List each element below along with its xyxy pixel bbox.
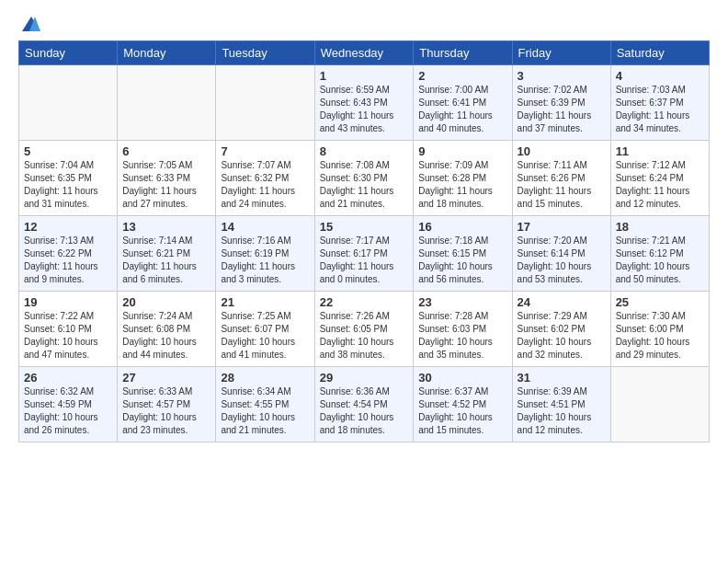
- day-info: Sunrise: 7:11 AMSunset: 6:26 PMDaylight:…: [518, 159, 606, 211]
- calendar-cell: 21Sunrise: 7:25 AMSunset: 6:07 PMDayligh…: [216, 292, 314, 367]
- day-number: 2: [418, 69, 506, 83]
- calendar-cell: 7Sunrise: 7:07 AMSunset: 6:32 PMDaylight…: [216, 141, 314, 216]
- calendar-cell: 3Sunrise: 7:02 AMSunset: 6:39 PMDaylight…: [512, 65, 610, 141]
- calendar-cell: 19Sunrise: 7:22 AMSunset: 6:10 PMDayligh…: [19, 292, 118, 367]
- day-number: 20: [122, 295, 210, 309]
- day-info: Sunrise: 7:05 AMSunset: 6:33 PMDaylight:…: [122, 159, 210, 211]
- day-number: 26: [24, 371, 112, 385]
- day-number: 19: [24, 295, 112, 309]
- calendar-week-row: 1Sunrise: 6:59 AMSunset: 6:43 PMDaylight…: [19, 65, 710, 141]
- logo-icon: [20, 15, 42, 33]
- day-info: Sunrise: 7:30 AMSunset: 6:00 PMDaylight:…: [616, 310, 704, 362]
- logo: [18, 15, 42, 33]
- calendar-header-row: SundayMondayTuesdayWednesdayThursdayFrid…: [19, 41, 710, 65]
- calendar-week-row: 5Sunrise: 7:04 AMSunset: 6:35 PMDaylight…: [19, 141, 710, 216]
- day-info: Sunrise: 7:25 AMSunset: 6:07 PMDaylight:…: [221, 310, 309, 362]
- calendar-cell: [216, 65, 314, 141]
- calendar-table: SundayMondayTuesdayWednesdayThursdayFrid…: [18, 40, 710, 442]
- calendar-cell: 2Sunrise: 7:00 AMSunset: 6:41 PMDaylight…: [414, 65, 512, 141]
- day-info: Sunrise: 6:37 AMSunset: 4:52 PMDaylight:…: [418, 385, 506, 437]
- day-number: 11: [616, 144, 704, 158]
- day-info: Sunrise: 6:34 AMSunset: 4:55 PMDaylight:…: [221, 385, 309, 437]
- day-number: 28: [221, 371, 309, 385]
- day-info: Sunrise: 7:12 AMSunset: 6:24 PMDaylight:…: [616, 159, 704, 211]
- calendar-cell: 11Sunrise: 7:12 AMSunset: 6:24 PMDayligh…: [610, 141, 709, 216]
- day-number: 6: [122, 144, 210, 158]
- day-info: Sunrise: 7:22 AMSunset: 6:10 PMDaylight:…: [24, 310, 112, 362]
- calendar-cell: 27Sunrise: 6:33 AMSunset: 4:57 PMDayligh…: [118, 367, 216, 442]
- day-info: Sunrise: 7:08 AMSunset: 6:30 PMDaylight:…: [320, 159, 409, 211]
- calendar-cell: 20Sunrise: 7:24 AMSunset: 6:08 PMDayligh…: [118, 292, 216, 367]
- day-number: 1: [320, 69, 409, 83]
- day-number: 4: [616, 69, 704, 83]
- day-number: 17: [518, 220, 606, 234]
- calendar-cell: 17Sunrise: 7:20 AMSunset: 6:14 PMDayligh…: [512, 216, 610, 292]
- calendar-cell: 10Sunrise: 7:11 AMSunset: 6:26 PMDayligh…: [512, 141, 610, 216]
- day-number: 29: [320, 371, 409, 385]
- calendar-header-wednesday: Wednesday: [314, 41, 414, 65]
- calendar-cell: 22Sunrise: 7:26 AMSunset: 6:05 PMDayligh…: [314, 292, 414, 367]
- day-info: Sunrise: 7:00 AMSunset: 6:41 PMDaylight:…: [418, 84, 506, 135]
- calendar-cell: 28Sunrise: 6:34 AMSunset: 4:55 PMDayligh…: [216, 367, 314, 442]
- day-info: Sunrise: 6:33 AMSunset: 4:57 PMDaylight:…: [122, 385, 210, 437]
- calendar-cell: 14Sunrise: 7:16 AMSunset: 6:19 PMDayligh…: [216, 216, 314, 292]
- calendar-cell: 12Sunrise: 7:13 AMSunset: 6:22 PMDayligh…: [19, 216, 118, 292]
- day-info: Sunrise: 7:28 AMSunset: 6:03 PMDaylight:…: [418, 310, 506, 362]
- calendar-week-row: 19Sunrise: 7:22 AMSunset: 6:10 PMDayligh…: [19, 292, 710, 367]
- calendar-header-friday: Friday: [512, 41, 610, 65]
- day-info: Sunrise: 7:26 AMSunset: 6:05 PMDaylight:…: [320, 310, 409, 362]
- calendar-header-sunday: Sunday: [19, 41, 118, 65]
- calendar-cell: [610, 367, 709, 442]
- day-number: 12: [24, 220, 112, 234]
- calendar-cell: 8Sunrise: 7:08 AMSunset: 6:30 PMDaylight…: [314, 141, 414, 216]
- calendar-week-row: 12Sunrise: 7:13 AMSunset: 6:22 PMDayligh…: [19, 216, 710, 292]
- day-number: 14: [221, 220, 309, 234]
- calendar-cell: 18Sunrise: 7:21 AMSunset: 6:12 PMDayligh…: [610, 216, 709, 292]
- day-info: Sunrise: 7:29 AMSunset: 6:02 PMDaylight:…: [518, 310, 606, 362]
- calendar-header-saturday: Saturday: [610, 41, 709, 65]
- day-number: 9: [418, 144, 506, 158]
- day-number: 23: [418, 295, 506, 309]
- day-info: Sunrise: 7:18 AMSunset: 6:15 PMDaylight:…: [418, 235, 506, 286]
- calendar-cell: [118, 65, 216, 141]
- day-info: Sunrise: 7:13 AMSunset: 6:22 PMDaylight:…: [24, 235, 112, 286]
- calendar-cell: 23Sunrise: 7:28 AMSunset: 6:03 PMDayligh…: [414, 292, 512, 367]
- calendar-cell: 25Sunrise: 7:30 AMSunset: 6:00 PMDayligh…: [610, 292, 709, 367]
- calendar-cell: 4Sunrise: 7:03 AMSunset: 6:37 PMDaylight…: [610, 65, 709, 141]
- calendar-cell: 26Sunrise: 6:32 AMSunset: 4:59 PMDayligh…: [19, 367, 118, 442]
- day-info: Sunrise: 6:32 AMSunset: 4:59 PMDaylight:…: [24, 385, 112, 437]
- calendar-cell: [19, 65, 118, 141]
- day-number: 27: [122, 371, 210, 385]
- calendar-cell: 5Sunrise: 7:04 AMSunset: 6:35 PMDaylight…: [19, 141, 118, 216]
- calendar-header-monday: Monday: [118, 41, 216, 65]
- day-info: Sunrise: 7:24 AMSunset: 6:08 PMDaylight:…: [122, 310, 210, 362]
- day-info: Sunrise: 6:59 AMSunset: 6:43 PMDaylight:…: [320, 84, 409, 135]
- day-number: 31: [518, 371, 606, 385]
- day-number: 8: [320, 144, 409, 158]
- calendar-cell: 16Sunrise: 7:18 AMSunset: 6:15 PMDayligh…: [414, 216, 512, 292]
- day-info: Sunrise: 7:17 AMSunset: 6:17 PMDaylight:…: [320, 235, 409, 286]
- calendar-cell: 30Sunrise: 6:37 AMSunset: 4:52 PMDayligh…: [414, 367, 512, 442]
- calendar-cell: 31Sunrise: 6:39 AMSunset: 4:51 PMDayligh…: [512, 367, 610, 442]
- calendar-header-tuesday: Tuesday: [216, 41, 314, 65]
- day-info: Sunrise: 7:20 AMSunset: 6:14 PMDaylight:…: [518, 235, 606, 286]
- day-info: Sunrise: 7:16 AMSunset: 6:19 PMDaylight:…: [221, 235, 309, 286]
- calendar-cell: 15Sunrise: 7:17 AMSunset: 6:17 PMDayligh…: [314, 216, 414, 292]
- day-info: Sunrise: 6:39 AMSunset: 4:51 PMDaylight:…: [518, 385, 606, 437]
- day-number: 13: [122, 220, 210, 234]
- day-info: Sunrise: 7:09 AMSunset: 6:28 PMDaylight:…: [418, 159, 506, 211]
- day-number: 5: [24, 144, 112, 158]
- day-info: Sunrise: 7:04 AMSunset: 6:35 PMDaylight:…: [24, 159, 112, 211]
- day-number: 24: [518, 295, 606, 309]
- day-info: Sunrise: 7:14 AMSunset: 6:21 PMDaylight:…: [122, 235, 210, 286]
- calendar-cell: 13Sunrise: 7:14 AMSunset: 6:21 PMDayligh…: [118, 216, 216, 292]
- header: [18, 15, 710, 33]
- page-container: SundayMondayTuesdayWednesdayThursdayFrid…: [0, 0, 728, 452]
- day-number: 16: [418, 220, 506, 234]
- day-number: 7: [221, 144, 309, 158]
- day-number: 18: [616, 220, 704, 234]
- day-info: Sunrise: 7:02 AMSunset: 6:39 PMDaylight:…: [518, 84, 606, 135]
- day-number: 3: [518, 69, 606, 83]
- day-number: 21: [221, 295, 309, 309]
- calendar-week-row: 26Sunrise: 6:32 AMSunset: 4:59 PMDayligh…: [19, 367, 710, 442]
